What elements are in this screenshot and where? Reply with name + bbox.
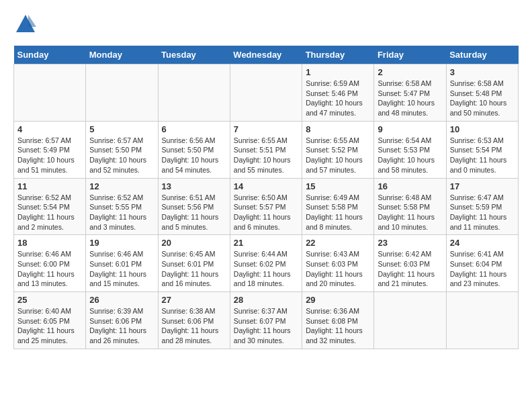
calendar-cell [14,64,86,122]
day-number: 15 [306,181,370,191]
calendar-cell: 15Sunrise: 6:49 AM Sunset: 5:58 PM Dayli… [302,178,374,235]
day-number: 25 [17,295,82,305]
calendar-cell: 14Sunrise: 6:50 AM Sunset: 5:57 PM Dayli… [230,178,302,235]
calendar-cell: 23Sunrise: 6:42 AM Sunset: 6:03 PM Dayli… [374,235,446,292]
column-header-tuesday: Tuesday [158,46,230,64]
day-number: 17 [450,181,515,191]
day-number: 13 [162,181,226,191]
calendar-cell: 24Sunrise: 6:41 AM Sunset: 6:04 PM Dayli… [446,235,518,292]
day-number: 20 [162,238,226,248]
calendar-cell: 22Sunrise: 6:43 AM Sunset: 6:03 PM Dayli… [302,235,374,292]
calendar-cell [158,64,230,122]
day-detail: Sunrise: 6:53 AM Sunset: 5:54 PM Dayligh… [450,136,515,175]
calendar-week-row: 18Sunrise: 6:46 AM Sunset: 6:00 PM Dayli… [14,235,519,292]
column-header-saturday: Saturday [446,46,518,64]
calendar-cell: 5Sunrise: 6:57 AM Sunset: 5:50 PM Daylig… [86,121,158,178]
day-detail: Sunrise: 6:57 AM Sunset: 5:49 PM Dayligh… [17,136,82,175]
column-header-monday: Monday [86,46,158,64]
calendar-cell: 8Sunrise: 6:55 AM Sunset: 5:52 PM Daylig… [302,121,374,178]
day-detail: Sunrise: 6:38 AM Sunset: 6:06 PM Dayligh… [162,306,226,346]
calendar-cell: 21Sunrise: 6:44 AM Sunset: 6:02 PM Dayli… [230,235,302,292]
day-detail: Sunrise: 6:55 AM Sunset: 5:51 PM Dayligh… [234,136,298,175]
calendar-cell: 18Sunrise: 6:46 AM Sunset: 6:00 PM Dayli… [14,235,86,292]
day-detail: Sunrise: 6:52 AM Sunset: 5:55 PM Dayligh… [89,193,154,232]
day-detail: Sunrise: 6:59 AM Sunset: 5:46 PM Dayligh… [306,79,370,118]
calendar-cell: 2Sunrise: 6:58 AM Sunset: 5:47 PM Daylig… [374,64,446,122]
calendar-cell: 3Sunrise: 6:58 AM Sunset: 5:48 PM Daylig… [446,64,518,122]
day-detail: Sunrise: 6:41 AM Sunset: 6:04 PM Dayligh… [450,249,515,289]
day-detail: Sunrise: 6:48 AM Sunset: 5:58 PM Dayligh… [378,193,442,232]
calendar-cell: 17Sunrise: 6:47 AM Sunset: 5:59 PM Dayli… [446,178,518,235]
calendar-week-row: 11Sunrise: 6:52 AM Sunset: 5:54 PM Dayli… [14,178,519,235]
day-number: 7 [234,124,298,134]
calendar-cell: 26Sunrise: 6:39 AM Sunset: 6:06 PM Dayli… [86,292,158,349]
calendar-cell [230,64,302,122]
day-detail: Sunrise: 6:46 AM Sunset: 6:01 PM Dayligh… [89,249,154,289]
logo [13,13,36,39]
day-detail: Sunrise: 6:49 AM Sunset: 5:58 PM Dayligh… [306,193,370,232]
calendar-table: SundayMondayTuesdayWednesdayThursdayFrid… [13,46,519,349]
day-number: 27 [162,295,226,305]
day-detail: Sunrise: 6:47 AM Sunset: 5:59 PM Dayligh… [450,193,515,232]
day-detail: Sunrise: 6:37 AM Sunset: 6:07 PM Dayligh… [234,306,298,346]
calendar-cell: 20Sunrise: 6:45 AM Sunset: 6:01 PM Dayli… [158,235,230,292]
day-number: 22 [306,238,370,248]
calendar-cell: 13Sunrise: 6:51 AM Sunset: 5:56 PM Dayli… [158,178,230,235]
day-detail: Sunrise: 6:54 AM Sunset: 5:53 PM Dayligh… [378,136,442,175]
day-detail: Sunrise: 6:39 AM Sunset: 6:06 PM Dayligh… [89,306,154,346]
calendar-cell: 1Sunrise: 6:59 AM Sunset: 5:46 PM Daylig… [302,64,374,122]
calendar-cell: 9Sunrise: 6:54 AM Sunset: 5:53 PM Daylig… [374,121,446,178]
day-detail: Sunrise: 6:56 AM Sunset: 5:50 PM Dayligh… [162,136,226,175]
day-number: 6 [162,124,226,134]
column-header-thursday: Thursday [302,46,374,64]
column-header-wednesday: Wednesday [230,46,302,64]
calendar-cell: 12Sunrise: 6:52 AM Sunset: 5:55 PM Dayli… [86,178,158,235]
day-number: 4 [17,124,82,134]
day-detail: Sunrise: 6:51 AM Sunset: 5:56 PM Dayligh… [162,193,226,232]
day-number: 9 [378,124,442,134]
calendar-cell: 6Sunrise: 6:56 AM Sunset: 5:50 PM Daylig… [158,121,230,178]
calendar-cell: 10Sunrise: 6:53 AM Sunset: 5:54 PM Dayli… [446,121,518,178]
day-detail: Sunrise: 6:58 AM Sunset: 5:48 PM Dayligh… [450,79,515,118]
day-number: 10 [450,124,515,134]
calendar-cell: 4Sunrise: 6:57 AM Sunset: 5:49 PM Daylig… [14,121,86,178]
logo-icon [15,13,36,35]
svg-marker-1 [28,15,36,27]
calendar-cell: 27Sunrise: 6:38 AM Sunset: 6:06 PM Dayli… [158,292,230,349]
calendar-cell: 19Sunrise: 6:46 AM Sunset: 6:01 PM Dayli… [86,235,158,292]
calendar-week-row: 4Sunrise: 6:57 AM Sunset: 5:49 PM Daylig… [14,121,519,178]
day-number: 21 [234,238,298,248]
day-number: 1 [306,67,370,77]
column-header-sunday: Sunday [14,46,86,64]
day-number: 2 [378,67,442,77]
day-number: 26 [89,295,154,305]
calendar-cell: 29Sunrise: 6:36 AM Sunset: 6:08 PM Dayli… [302,292,374,349]
calendar-week-row: 1Sunrise: 6:59 AM Sunset: 5:46 PM Daylig… [14,64,519,122]
day-detail: Sunrise: 6:58 AM Sunset: 5:47 PM Dayligh… [378,79,442,118]
day-detail: Sunrise: 6:42 AM Sunset: 6:03 PM Dayligh… [378,249,442,289]
day-detail: Sunrise: 6:44 AM Sunset: 6:02 PM Dayligh… [234,249,298,289]
day-number: 8 [306,124,370,134]
day-number: 28 [234,295,298,305]
day-detail: Sunrise: 6:52 AM Sunset: 5:54 PM Dayligh… [17,193,82,232]
day-detail: Sunrise: 6:57 AM Sunset: 5:50 PM Dayligh… [89,136,154,175]
day-number: 11 [17,181,82,191]
day-number: 23 [378,238,442,248]
calendar-cell: 7Sunrise: 6:55 AM Sunset: 5:51 PM Daylig… [230,121,302,178]
calendar-cell: 11Sunrise: 6:52 AM Sunset: 5:54 PM Dayli… [14,178,86,235]
day-detail: Sunrise: 6:50 AM Sunset: 5:57 PM Dayligh… [234,193,298,232]
day-number: 16 [378,181,442,191]
calendar-cell: 28Sunrise: 6:37 AM Sunset: 6:07 PM Dayli… [230,292,302,349]
calendar-cell: 25Sunrise: 6:40 AM Sunset: 6:05 PM Dayli… [14,292,86,349]
column-header-friday: Friday [374,46,446,64]
calendar-cell: 16Sunrise: 6:48 AM Sunset: 5:58 PM Dayli… [374,178,446,235]
day-detail: Sunrise: 6:46 AM Sunset: 6:00 PM Dayligh… [17,249,82,289]
day-detail: Sunrise: 6:45 AM Sunset: 6:01 PM Dayligh… [162,249,226,289]
calendar-cell [446,292,518,349]
day-number: 18 [17,238,82,248]
page-header [13,13,519,39]
calendar-cell [86,64,158,122]
day-detail: Sunrise: 6:55 AM Sunset: 5:52 PM Dayligh… [306,136,370,175]
day-number: 29 [306,295,370,305]
day-detail: Sunrise: 6:36 AM Sunset: 6:08 PM Dayligh… [306,306,370,346]
